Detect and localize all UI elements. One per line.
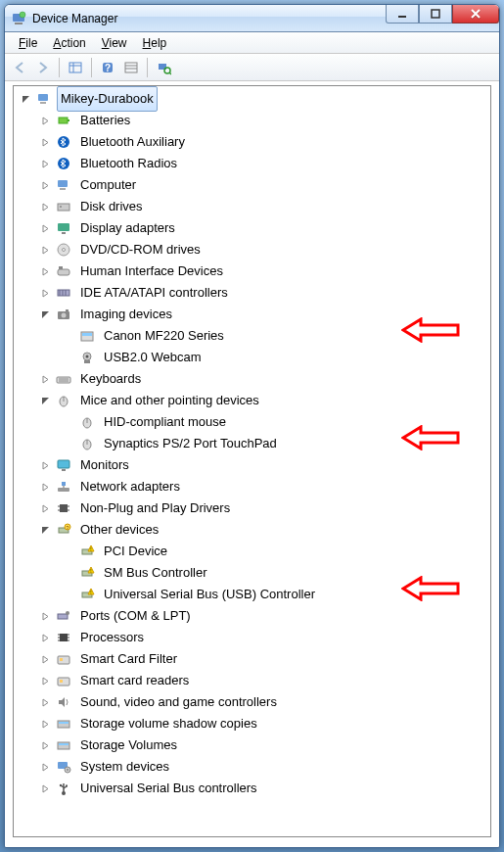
menu-help[interactable]: Help xyxy=(135,34,175,52)
mouse-icon xyxy=(78,413,96,431)
close-button[interactable] xyxy=(452,4,499,24)
expand-icon[interactable] xyxy=(39,179,51,191)
category-hid[interactable]: Human Interface Devices xyxy=(16,260,490,282)
expand-icon[interactable] xyxy=(39,761,51,773)
category-bluetooth[interactable]: Bluetooth Radios xyxy=(16,153,490,174)
ide-icon xyxy=(55,284,72,302)
collapse-icon[interactable] xyxy=(20,93,31,105)
properties-button[interactable] xyxy=(120,57,142,78)
help-button[interactable]: ? xyxy=(97,57,118,78)
menu-file[interactable]: File xyxy=(11,34,45,52)
monitor-icon xyxy=(55,456,72,474)
expand-icon[interactable] xyxy=(39,675,51,686)
expand-icon[interactable] xyxy=(39,459,51,471)
svg-rect-3 xyxy=(398,16,406,18)
expand-icon[interactable] xyxy=(39,481,51,493)
svg-rect-58 xyxy=(60,504,68,512)
category-battery[interactable]: Batteries xyxy=(16,110,490,131)
expand-icon[interactable] xyxy=(39,287,51,299)
svg-rect-54 xyxy=(62,469,66,471)
expand-icon[interactable] xyxy=(39,244,51,256)
category-label[interactable]: Universal Serial Bus controllers xyxy=(76,776,261,801)
svg-rect-92 xyxy=(59,743,69,745)
svg-point-20 xyxy=(58,136,69,148)
tree-root[interactable]: Mikey-Durabook xyxy=(16,88,490,110)
category-cpu[interactable]: Processors xyxy=(16,627,490,648)
storage-icon xyxy=(55,736,72,754)
expand-icon[interactable] xyxy=(39,632,51,643)
chip-icon xyxy=(55,499,72,517)
toolbar: ? xyxy=(5,54,499,81)
expand-icon[interactable] xyxy=(39,739,51,751)
expand-icon[interactable] xyxy=(39,373,51,385)
svg-marker-88 xyxy=(59,697,65,707)
category-ide[interactable]: IDE ATA/ATAPI controllers xyxy=(16,282,490,304)
svg-rect-53 xyxy=(58,460,69,468)
device-item[interactable]: USB2.0 Webcam xyxy=(16,347,490,368)
expand-icon[interactable] xyxy=(39,222,51,234)
svg-rect-43 xyxy=(84,360,90,363)
device-tree-panel[interactable]: Mikey-Durabook Batteries Bluetooth Auxil… xyxy=(13,85,491,837)
minimize-button[interactable] xyxy=(386,4,419,24)
category-usb[interactable]: Universal Serial Bus controllers xyxy=(16,778,490,799)
category-smartcard[interactable]: Smart Card Filter xyxy=(16,648,490,670)
category-computer[interactable]: Computer xyxy=(16,174,490,196)
expand-icon[interactable] xyxy=(39,696,51,708)
category-sound[interactable]: Sound, video and game controllers xyxy=(16,691,490,713)
show-hidden-button[interactable] xyxy=(65,57,86,78)
category-cd[interactable]: DVD/CD-ROM drives xyxy=(16,239,490,260)
cpu-icon xyxy=(55,629,72,646)
collapse-icon[interactable] xyxy=(39,308,51,320)
svg-rect-30 xyxy=(58,269,69,275)
category-disk[interactable]: Disk drives xyxy=(16,196,490,217)
maximize-button[interactable] xyxy=(419,4,452,24)
scan-hardware-button[interactable] xyxy=(153,57,174,78)
expand-icon[interactable] xyxy=(39,610,51,622)
expand-icon[interactable] xyxy=(39,782,51,794)
svg-rect-38 xyxy=(66,309,69,311)
svg-rect-19 xyxy=(68,119,69,121)
svg-rect-40 xyxy=(82,333,92,336)
svg-point-2 xyxy=(20,12,25,18)
back-button[interactable] xyxy=(9,57,30,78)
titlebar[interactable]: Device Manager xyxy=(5,5,499,32)
hid-icon xyxy=(55,262,72,280)
svg-rect-101 xyxy=(66,785,68,787)
menu-action[interactable]: Action xyxy=(45,34,93,52)
collapse-icon[interactable] xyxy=(39,524,51,536)
annotation-arrow xyxy=(401,425,460,450)
menu-view[interactable]: View xyxy=(94,34,135,52)
toolbar-separator xyxy=(91,58,92,77)
category-keyboard[interactable]: Keyboards xyxy=(16,368,490,390)
category-display[interactable]: Display adapters xyxy=(16,217,490,239)
svg-rect-87 xyxy=(60,680,63,683)
svg-rect-86 xyxy=(58,678,69,686)
category-smartcard[interactable]: Smart card readers xyxy=(16,670,490,691)
collapse-icon[interactable] xyxy=(39,395,51,406)
forward-button[interactable] xyxy=(32,57,54,78)
category-storage[interactable]: Storage volume shadow copies xyxy=(16,713,490,734)
svg-point-29 xyxy=(63,249,66,252)
expand-icon[interactable] xyxy=(39,718,51,730)
category-chip[interactable]: Non-Plug and Play Drivers xyxy=(16,497,490,519)
expand-icon[interactable] xyxy=(39,201,51,213)
category-system[interactable]: System devices xyxy=(16,756,490,778)
category-storage[interactable]: Storage Volumes xyxy=(16,734,490,756)
computer-icon xyxy=(55,176,72,194)
svg-rect-55 xyxy=(58,488,69,492)
expand-icon[interactable] xyxy=(39,265,51,277)
category-port[interactable]: Ports (COM & LPT) xyxy=(16,605,490,627)
expand-icon[interactable] xyxy=(39,136,51,148)
category-monitor[interactable]: Monitors xyxy=(16,454,490,476)
category-other[interactable]: ? Other devices xyxy=(16,519,490,541)
category-mouse[interactable]: Mice and other pointing devices xyxy=(16,390,490,411)
expand-icon[interactable] xyxy=(39,158,51,169)
svg-rect-85 xyxy=(60,658,63,661)
device-item[interactable]: ! PCI Device xyxy=(16,541,490,562)
category-network[interactable]: Network adapters xyxy=(16,476,490,497)
expand-icon[interactable] xyxy=(39,653,51,665)
expand-icon[interactable] xyxy=(39,502,51,514)
category-bluetooth[interactable]: Bluetooth Auxiliary xyxy=(16,131,490,153)
expand-icon[interactable] xyxy=(39,115,51,126)
annotation-arrow xyxy=(401,317,460,343)
